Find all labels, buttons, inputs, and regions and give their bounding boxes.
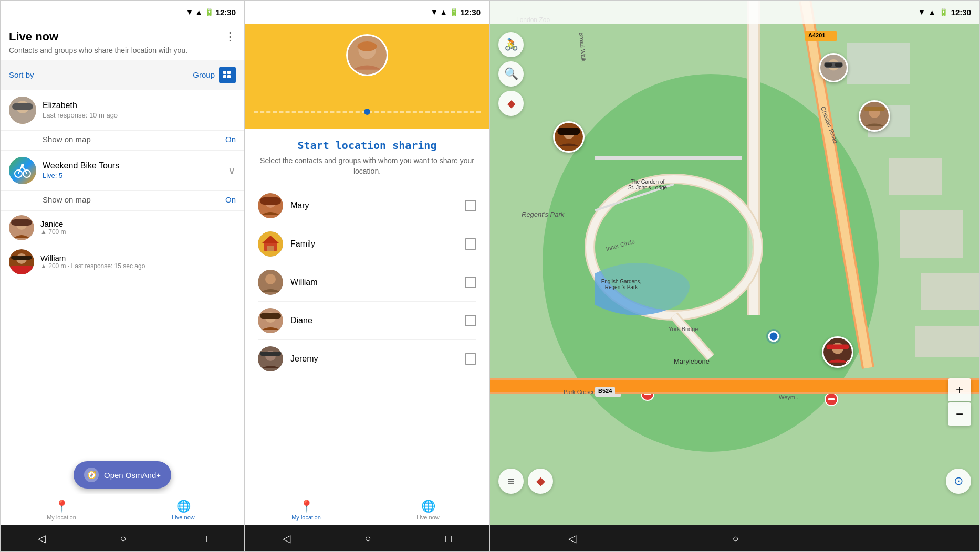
nav-my-location-2[interactable]: 📍 My location [245, 494, 367, 525]
share-contact-mary[interactable]: Mary [258, 187, 476, 225]
dot-indicator [364, 109, 370, 115]
checkbox-family[interactable] [465, 238, 476, 250]
contact-item-elizabeth[interactable]: Elizabeth Last response: 10 m ago [1, 90, 244, 131]
osmand-toast[interactable]: 🧭 Open OsmAnd+ [74, 461, 171, 489]
show-map-status-elizabeth[interactable]: On [225, 135, 236, 144]
svg-rect-83 [826, 345, 849, 349]
nav-my-location-label-2: My location [291, 514, 321, 521]
contact-name-william-1: William [40, 253, 236, 262]
nav-my-location-1[interactable]: 📍 My location [1, 494, 122, 525]
home-button-3[interactable]: ○ [732, 533, 738, 545]
status-icons-1: ▼ ▲ 🔋 12:30 [186, 8, 236, 17]
group-icon[interactable] [219, 67, 236, 83]
checkbox-jeremy[interactable] [465, 353, 476, 365]
contact-item-william-1[interactable]: William ▲ 200 m · Last response: 15 sec … [1, 245, 244, 279]
my-location-icon: 📍 [55, 500, 69, 513]
svg-rect-56 [915, 326, 980, 357]
sharing-content: Start location sharing Select the contac… [245, 129, 489, 389]
svg-rect-9 [12, 103, 33, 110]
show-on-map-elizabeth[interactable]: Show on map On [1, 131, 244, 151]
status-bar-1: ▼ ▲ 🔋 12:30 [1, 1, 244, 24]
sort-by-button[interactable]: Sort by [9, 70, 34, 79]
map-signal-icon: ▲ [929, 8, 936, 16]
group-info-bike-tours: Weekend Bike Tours Live: 5 [43, 161, 222, 179]
garden-label: The Garden ofSt. John's Lodge [616, 179, 679, 190]
share-contact-william[interactable]: William [258, 263, 476, 302]
svg-rect-3 [227, 75, 231, 78]
screen2: ▼ ▲ 🔋 12:30 Start location sharing Selec… [245, 0, 489, 552]
android-nav-3: ◁ ○ □ [490, 525, 979, 551]
sharing-hero [245, 24, 489, 129]
map-avatar-person2[interactable] [553, 121, 585, 153]
navigation-btn[interactable]: ◆ [498, 91, 524, 116]
search-btn[interactable]: 🔍 [498, 61, 524, 87]
recents-button-3[interactable]: □ [895, 533, 901, 545]
zoom-in-btn[interactable]: + [948, 378, 971, 401]
more-options-icon[interactable]: ⋮ [224, 30, 236, 44]
svg-point-13 [21, 164, 24, 167]
direction-btn[interactable]: ◆ [528, 469, 553, 494]
bottom-map-right: ⊙ [946, 469, 971, 494]
svg-rect-53 [889, 158, 942, 195]
weym-label: Weym... [779, 394, 800, 400]
recents-button-2[interactable]: □ [445, 533, 452, 545]
my-location-icon-2: 📍 [299, 500, 314, 513]
group-item-bike-tours[interactable]: Weekend Bike Tours Live: 5 ∨ [1, 151, 244, 191]
map-avatar-person4[interactable] [822, 336, 853, 368]
show-map-label-bike: Show on map [43, 195, 91, 204]
svg-rect-2 [227, 71, 231, 74]
show-on-map-bike[interactable]: Show on map On [1, 191, 244, 211]
chevron-icon: ∨ [228, 164, 236, 177]
checkbox-mary[interactable] [465, 200, 476, 211]
battery-icon: 🔋 [205, 8, 214, 16]
svg-point-23 [358, 41, 377, 51]
svg-rect-19 [11, 256, 32, 260]
share-contact-family[interactable]: Family [258, 225, 476, 263]
share-contact-jeremy[interactable]: Jeremy [258, 340, 476, 378]
avatar-bike-tours [9, 157, 36, 184]
nav-live-now-1[interactable]: 🌐 Live now [122, 494, 244, 525]
contact-name-elizabeth: Elizabeth [43, 101, 236, 110]
android-nav-1: ◁ ○ □ [1, 525, 244, 551]
cycling-btn[interactable]: 🚴 [498, 32, 524, 57]
nav-live-now-label-2: Live now [416, 514, 439, 521]
share-contact-diane[interactable]: Diane [258, 302, 476, 340]
svg-rect-51 [847, 43, 910, 84]
share-name-mary: Mary [290, 201, 457, 210]
osmand-toast-label: Open OsmAnd+ [104, 471, 161, 480]
contact-info-elizabeth: Elizabeth Last response: 10 m ago [43, 101, 236, 119]
bottom-map-left: ≡ ◆ [498, 469, 553, 494]
my-location-map-btn[interactable]: ⊙ [946, 469, 971, 494]
home-button-1[interactable]: ○ [120, 533, 126, 545]
b524-badge: B524 [595, 387, 615, 395]
share-avatar-jeremy [258, 346, 283, 371]
screen1-header: Live now Contacts and groups who share t… [1, 24, 244, 60]
map-battery-icon: 🔋 [939, 8, 948, 16]
avatar-william-1 [9, 249, 34, 274]
svg-rect-74 [835, 63, 842, 67]
marylebone-label: Marylebone [674, 357, 710, 365]
english-gardens-label: English Gardens,Regent's Park [585, 279, 658, 290]
back-button-3[interactable]: ◁ [568, 532, 576, 545]
svg-rect-77 [557, 128, 580, 135]
recents-button-1[interactable]: □ [201, 533, 207, 545]
contact-item-janice[interactable]: Janice ▲ 700 m [1, 211, 244, 245]
hero-avatar [346, 34, 388, 76]
svg-rect-38 [260, 352, 281, 356]
nav-live-now-2[interactable]: 🌐 Live now [367, 494, 489, 525]
back-button-2[interactable]: ◁ [283, 532, 290, 545]
checkbox-diane[interactable] [465, 315, 476, 326]
map-avatar-person1[interactable] [819, 53, 848, 82]
checkbox-william[interactable] [465, 277, 476, 288]
map-avatar-person3[interactable] [859, 100, 890, 132]
show-map-status-bike[interactable]: On [225, 195, 236, 204]
back-button-1[interactable]: ◁ [38, 532, 46, 545]
home-button-2[interactable]: ○ [364, 533, 371, 545]
live-now-icon: 🌐 [176, 500, 191, 513]
svg-rect-55 [921, 273, 980, 310]
group-label[interactable]: Group [193, 70, 215, 79]
menu-btn[interactable]: ≡ [498, 469, 524, 494]
signal-icon-2: ▲ [440, 8, 447, 16]
zoom-out-btn[interactable]: − [948, 402, 971, 426]
screen1: ▼ ▲ 🔋 12:30 Live now Contacts and groups… [0, 0, 245, 552]
